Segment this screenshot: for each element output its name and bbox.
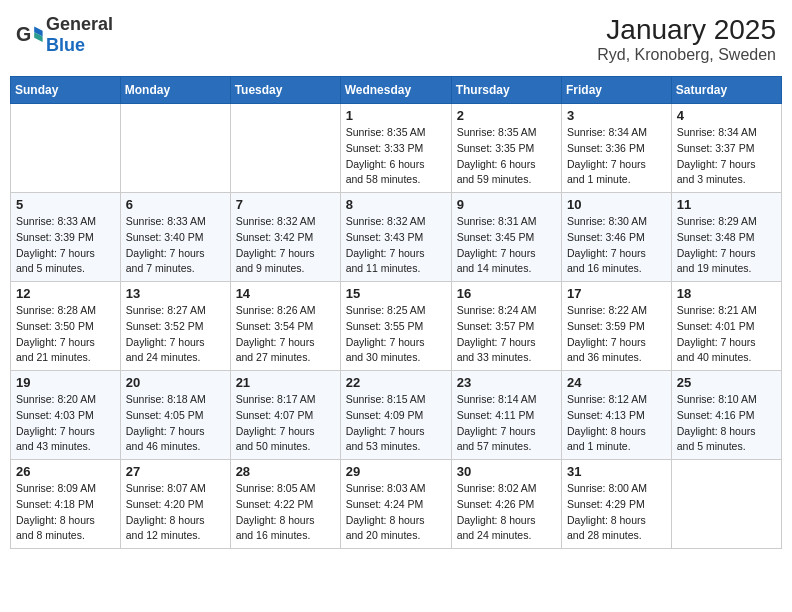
weekday-header-saturday: Saturday [671,77,781,104]
day-cell: 9Sunrise: 8:31 AM Sunset: 3:45 PM Daylig… [451,193,561,282]
day-cell [120,104,230,193]
day-info: Sunrise: 8:24 AM Sunset: 3:57 PM Dayligh… [457,303,556,366]
day-number: 13 [126,286,225,301]
day-cell: 15Sunrise: 8:25 AM Sunset: 3:55 PM Dayli… [340,282,451,371]
logo-icon: G [16,21,44,49]
day-number: 24 [567,375,666,390]
day-cell: 26Sunrise: 8:09 AM Sunset: 4:18 PM Dayli… [11,460,121,549]
day-number: 9 [457,197,556,212]
day-info: Sunrise: 8:12 AM Sunset: 4:13 PM Dayligh… [567,392,666,455]
day-cell: 19Sunrise: 8:20 AM Sunset: 4:03 PM Dayli… [11,371,121,460]
weekday-header-sunday: Sunday [11,77,121,104]
day-info: Sunrise: 8:28 AM Sunset: 3:50 PM Dayligh… [16,303,115,366]
day-cell: 25Sunrise: 8:10 AM Sunset: 4:16 PM Dayli… [671,371,781,460]
day-cell: 17Sunrise: 8:22 AM Sunset: 3:59 PM Dayli… [562,282,672,371]
day-cell: 24Sunrise: 8:12 AM Sunset: 4:13 PM Dayli… [562,371,672,460]
day-info: Sunrise: 8:31 AM Sunset: 3:45 PM Dayligh… [457,214,556,277]
day-cell: 7Sunrise: 8:32 AM Sunset: 3:42 PM Daylig… [230,193,340,282]
day-info: Sunrise: 8:22 AM Sunset: 3:59 PM Dayligh… [567,303,666,366]
day-number: 14 [236,286,335,301]
day-cell: 8Sunrise: 8:32 AM Sunset: 3:43 PM Daylig… [340,193,451,282]
day-info: Sunrise: 8:03 AM Sunset: 4:24 PM Dayligh… [346,481,446,544]
location-title: Ryd, Kronoberg, Sweden [597,46,776,64]
day-cell: 14Sunrise: 8:26 AM Sunset: 3:54 PM Dayli… [230,282,340,371]
day-info: Sunrise: 8:18 AM Sunset: 4:05 PM Dayligh… [126,392,225,455]
logo-text-blue: Blue [46,35,85,55]
day-number: 12 [16,286,115,301]
day-number: 20 [126,375,225,390]
day-cell: 22Sunrise: 8:15 AM Sunset: 4:09 PM Dayli… [340,371,451,460]
day-info: Sunrise: 8:10 AM Sunset: 4:16 PM Dayligh… [677,392,776,455]
day-cell [230,104,340,193]
day-number: 10 [567,197,666,212]
day-number: 3 [567,108,666,123]
day-number: 6 [126,197,225,212]
day-cell: 10Sunrise: 8:30 AM Sunset: 3:46 PM Dayli… [562,193,672,282]
day-info: Sunrise: 8:34 AM Sunset: 3:37 PM Dayligh… [677,125,776,188]
day-info: Sunrise: 8:30 AM Sunset: 3:46 PM Dayligh… [567,214,666,277]
day-info: Sunrise: 8:32 AM Sunset: 3:43 PM Dayligh… [346,214,446,277]
day-info: Sunrise: 8:14 AM Sunset: 4:11 PM Dayligh… [457,392,556,455]
weekday-header-thursday: Thursday [451,77,561,104]
day-info: Sunrise: 8:35 AM Sunset: 3:35 PM Dayligh… [457,125,556,188]
day-info: Sunrise: 8:09 AM Sunset: 4:18 PM Dayligh… [16,481,115,544]
day-cell: 20Sunrise: 8:18 AM Sunset: 4:05 PM Dayli… [120,371,230,460]
day-info: Sunrise: 8:34 AM Sunset: 3:36 PM Dayligh… [567,125,666,188]
day-number: 29 [346,464,446,479]
day-cell: 1Sunrise: 8:35 AM Sunset: 3:33 PM Daylig… [340,104,451,193]
week-row-3: 12Sunrise: 8:28 AM Sunset: 3:50 PM Dayli… [11,282,782,371]
day-number: 30 [457,464,556,479]
day-info: Sunrise: 8:27 AM Sunset: 3:52 PM Dayligh… [126,303,225,366]
day-info: Sunrise: 8:17 AM Sunset: 4:07 PM Dayligh… [236,392,335,455]
day-info: Sunrise: 8:00 AM Sunset: 4:29 PM Dayligh… [567,481,666,544]
page-header: G General Blue January 2025 Ryd, Kronobe… [10,10,782,68]
day-number: 19 [16,375,115,390]
day-cell: 16Sunrise: 8:24 AM Sunset: 3:57 PM Dayli… [451,282,561,371]
day-number: 22 [346,375,446,390]
day-number: 15 [346,286,446,301]
calendar-table: SundayMondayTuesdayWednesdayThursdayFrid… [10,76,782,549]
day-number: 11 [677,197,776,212]
day-cell: 28Sunrise: 8:05 AM Sunset: 4:22 PM Dayli… [230,460,340,549]
day-cell: 12Sunrise: 8:28 AM Sunset: 3:50 PM Dayli… [11,282,121,371]
day-cell: 11Sunrise: 8:29 AM Sunset: 3:48 PM Dayli… [671,193,781,282]
day-cell: 29Sunrise: 8:03 AM Sunset: 4:24 PM Dayli… [340,460,451,549]
day-number: 7 [236,197,335,212]
weekday-header-tuesday: Tuesday [230,77,340,104]
day-number: 28 [236,464,335,479]
day-cell: 21Sunrise: 8:17 AM Sunset: 4:07 PM Dayli… [230,371,340,460]
svg-text:G: G [16,23,31,45]
day-info: Sunrise: 8:20 AM Sunset: 4:03 PM Dayligh… [16,392,115,455]
day-info: Sunrise: 8:21 AM Sunset: 4:01 PM Dayligh… [677,303,776,366]
day-number: 25 [677,375,776,390]
title-block: January 2025 Ryd, Kronoberg, Sweden [597,14,776,64]
day-info: Sunrise: 8:29 AM Sunset: 3:48 PM Dayligh… [677,214,776,277]
day-cell: 5Sunrise: 8:33 AM Sunset: 3:39 PM Daylig… [11,193,121,282]
day-number: 18 [677,286,776,301]
day-number: 5 [16,197,115,212]
day-info: Sunrise: 8:26 AM Sunset: 3:54 PM Dayligh… [236,303,335,366]
day-number: 1 [346,108,446,123]
day-cell: 4Sunrise: 8:34 AM Sunset: 3:37 PM Daylig… [671,104,781,193]
logo-text-general: General [46,14,113,34]
day-number: 4 [677,108,776,123]
week-row-4: 19Sunrise: 8:20 AM Sunset: 4:03 PM Dayli… [11,371,782,460]
weekday-header-wednesday: Wednesday [340,77,451,104]
day-info: Sunrise: 8:35 AM Sunset: 3:33 PM Dayligh… [346,125,446,188]
weekday-header-friday: Friday [562,77,672,104]
day-info: Sunrise: 8:33 AM Sunset: 3:40 PM Dayligh… [126,214,225,277]
day-number: 27 [126,464,225,479]
day-number: 23 [457,375,556,390]
day-number: 8 [346,197,446,212]
day-cell [11,104,121,193]
week-row-1: 1Sunrise: 8:35 AM Sunset: 3:33 PM Daylig… [11,104,782,193]
day-cell: 27Sunrise: 8:07 AM Sunset: 4:20 PM Dayli… [120,460,230,549]
day-info: Sunrise: 8:07 AM Sunset: 4:20 PM Dayligh… [126,481,225,544]
day-info: Sunrise: 8:05 AM Sunset: 4:22 PM Dayligh… [236,481,335,544]
day-cell: 3Sunrise: 8:34 AM Sunset: 3:36 PM Daylig… [562,104,672,193]
logo: G General Blue [16,14,113,56]
day-number: 26 [16,464,115,479]
day-info: Sunrise: 8:33 AM Sunset: 3:39 PM Dayligh… [16,214,115,277]
day-info: Sunrise: 8:32 AM Sunset: 3:42 PM Dayligh… [236,214,335,277]
weekday-header-monday: Monday [120,77,230,104]
